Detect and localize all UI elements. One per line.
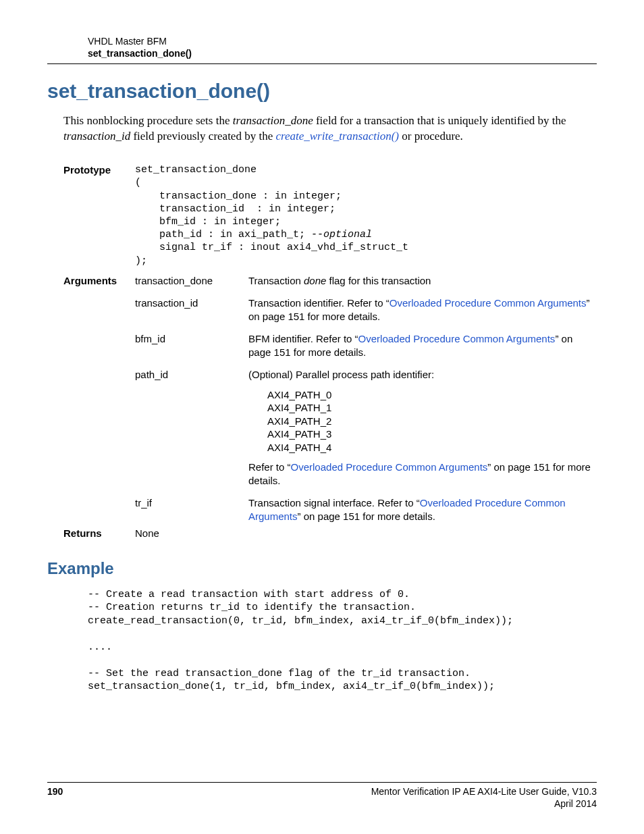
arg-desc-transaction-id: Transaction identifier. Refer to “Overlo… [248, 296, 597, 323]
path-enum-1: AXI4_PATH_1 [267, 401, 597, 415]
arg-name-transaction-id: transaction_id [135, 296, 248, 310]
arg-desc-path-id: (Optional) Parallel process path identif… [248, 368, 597, 487]
proto-l7: signal tr_if : inout axi4_vhd_if_struct_… [135, 242, 408, 253]
returns-value: None [135, 527, 597, 540]
page-number: 190 [47, 785, 63, 810]
arg-name-bfm-id: bfm_id [135, 332, 248, 346]
header-section: set_transaction_done() [88, 47, 597, 59]
td-text-1: Transaction [248, 275, 304, 286]
arg-transaction-id: transaction_id Transaction identifier. R… [135, 296, 597, 323]
page-title: set_transaction_done() [47, 78, 597, 104]
arguments-body: transaction_done Transaction done flag f… [135, 274, 597, 523]
footer: 190 Mentor Verification IP AE AXI4-Lite … [47, 782, 597, 810]
intro-field1: transaction_done [233, 114, 313, 127]
intro-text-4: or procedure. [399, 130, 463, 142]
proto-l3: transaction_done : in integer; [135, 190, 342, 202]
arg-tr-if: tr_if Transaction signal interface. Refe… [135, 496, 597, 523]
definition-table: Prototype set_transaction_done ( transac… [63, 163, 597, 540]
proto-l6a: path_id : in axi_path_t; [135, 229, 311, 240]
proto-l6-optional: --optional [311, 229, 372, 240]
arg-name-path-id: path_id [135, 368, 248, 382]
tid-text-1: Transaction identifier. Refer to [248, 297, 386, 309]
proto-l8: ); [135, 255, 147, 267]
path-enum-0: AXI4_PATH_0 [267, 388, 597, 402]
proto-l5: bfm_id : in integer; [135, 216, 281, 228]
header-rule [47, 63, 597, 64]
arg-desc-bfm-id: BFM identifier. Refer to “Overloaded Pro… [248, 332, 597, 359]
prototype-label: Prototype [63, 163, 135, 177]
returns-label: Returns [63, 527, 135, 540]
intro-field2: transaction_id [63, 130, 130, 142]
tid-link[interactable]: Overloaded Procedure Common Arguments [390, 297, 587, 309]
trif-text-1: Transaction signal interface. Refer to [248, 497, 417, 509]
path-enum-list: AXI4_PATH_0 AXI4_PATH_1 AXI4_PATH_2 AXI4… [267, 388, 597, 454]
header-chapter: VHDL Master BFM [88, 35, 597, 47]
running-header: VHDL Master BFM set_transaction_done() [88, 35, 597, 59]
returns-row: Returns None [63, 527, 597, 540]
arg-path-id: path_id (Optional) Parallel process path… [135, 368, 597, 487]
bfm-text-1: BFM identifier. Refer to [248, 333, 355, 344]
arg-name-tr-if: tr_if [135, 496, 248, 510]
bfm-link[interactable]: Overloaded Procedure Common Arguments [358, 333, 556, 344]
intro-text-2: field for a transaction that is uniquely… [313, 114, 566, 127]
arg-transaction-done: transaction_done Transaction done flag f… [135, 274, 597, 288]
footer-doc-title: Mentor Verification IP AE AXI4-Lite User… [371, 785, 597, 798]
td-em: done [304, 275, 326, 286]
intro-paragraph: This nonblocking procedure sets the tran… [63, 113, 597, 145]
arguments-row: Arguments transaction_done Transaction d… [63, 274, 597, 523]
example-code: -- Create a read transaction with start … [88, 588, 597, 694]
footer-date: April 2014 [371, 798, 597, 810]
arguments-label: Arguments [63, 274, 135, 288]
path-enum-4: AXI4_PATH_4 [267, 441, 597, 454]
path-enum-2: AXI4_PATH_2 [267, 415, 597, 428]
intro-text-1: This nonblocking procedure sets the [63, 114, 233, 127]
arg-desc-tr-if: Transaction signal interface. Refer to “… [248, 496, 597, 523]
path-refer-1: Refer to [248, 461, 288, 473]
arg-desc-transaction-done: Transaction done flag for this transacti… [248, 274, 597, 288]
proto-l2: ( [135, 177, 141, 188]
prototype-row: Prototype set_transaction_done ( transac… [63, 163, 597, 267]
arg-name-transaction-done: transaction_done [135, 274, 248, 288]
intro-text-3: field previously created by the [130, 130, 275, 142]
trif-text-2: ” on page 151 for more details. [298, 511, 435, 522]
td-text-2: flag for this transaction [326, 275, 431, 286]
proto-l4: transaction_id : in integer; [135, 203, 336, 215]
example-heading: Example [47, 558, 597, 579]
proto-l1: set_transaction_done [135, 164, 257, 176]
footer-right: Mentor Verification IP AE AXI4-Lite User… [371, 785, 597, 810]
path-text-1: (Optional) Parallel process path identif… [248, 368, 597, 382]
path-enum-3: AXI4_PATH_3 [267, 427, 597, 441]
arg-bfm-id: bfm_id BFM identifier. Refer to “Overloa… [135, 332, 597, 359]
path-refer: Refer to “Overloaded Procedure Common Ar… [248, 461, 597, 487]
intro-link-create-write-transaction[interactable]: create_write_transaction() [275, 130, 399, 142]
path-link[interactable]: Overloaded Procedure Common Arguments [291, 461, 488, 473]
prototype-code: set_transaction_done ( transaction_done … [135, 163, 597, 267]
